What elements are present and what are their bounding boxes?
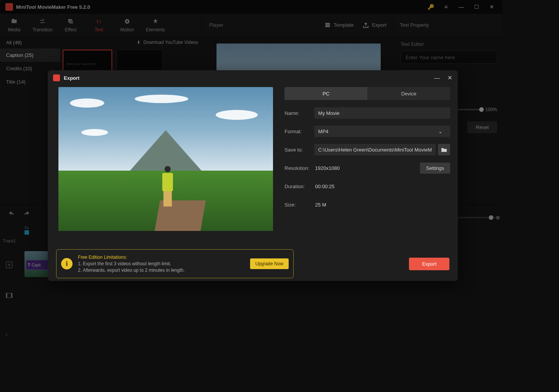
export-confirm-button[interactable]: Export [409,258,449,270]
dialog-logo-icon [53,74,60,81]
settings-button[interactable]: Settings [420,163,450,174]
chevron-down-icon: ⌄ [435,129,446,134]
dialog-close-button[interactable]: ✕ [448,74,452,81]
info-icon: i [61,258,73,269]
export-dialog: Export — ✕ PC Device [48,70,458,281]
upgrade-button[interactable]: Upgrade Now [250,258,289,269]
size-value: 25 M [314,202,326,208]
dialog-title: Export [64,75,79,81]
duration-value: 00:00:25 [314,184,334,189]
browse-folder-button[interactable] [438,144,450,155]
export-name-input[interactable]: My Movie [314,107,450,119]
export-tab-pc[interactable]: PC [284,87,367,100]
export-saveto-input[interactable]: C:\Users\Helen Green\Documents\MiniTool … [314,144,436,155]
export-format-select[interactable]: MP4⌄ [314,126,450,137]
resolution-value: 1920x1080 [314,165,339,171]
export-tab-device[interactable]: Device [367,87,450,100]
dialog-minimize-button[interactable]: — [434,74,440,81]
export-preview [58,87,273,231]
limitations-notice: i Free Edition Limitations: 1. Export th… [56,249,294,278]
